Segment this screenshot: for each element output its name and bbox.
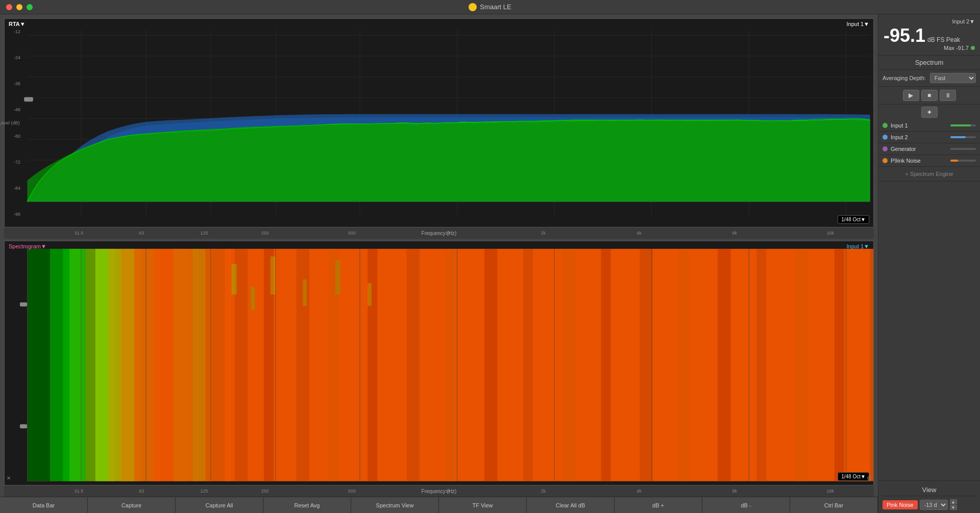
rta-label[interactable]: RTA▼ bbox=[9, 21, 26, 27]
view-title: View bbox=[883, 484, 976, 496]
db-minus-button[interactable]: dB - bbox=[702, 497, 790, 513]
input1-color-dot bbox=[883, 123, 888, 128]
freq-label-63: 63 bbox=[139, 230, 144, 236]
right-panel-spacer bbox=[878, 182, 980, 480]
rta-input-label[interactable]: Input 1▼ bbox=[846, 21, 869, 27]
freq-label-250: 250 bbox=[261, 230, 269, 236]
svg-rect-39 bbox=[406, 249, 419, 481]
level-display: Input 2▼ -95.1 dB FS Peak Max -91.7 bbox=[878, 14, 980, 56]
svg-rect-55 bbox=[335, 260, 340, 294]
freq2-label-31: 31.5 bbox=[75, 489, 84, 494]
main-container: RTA▼ Input 1▼ Level (dB) -12 -24 -36 -48… bbox=[0, 14, 980, 513]
db-down-arrow[interactable]: ▼ bbox=[950, 505, 957, 510]
averaging-depth-select[interactable]: Fast Slow Medium bbox=[930, 73, 976, 83]
freq2-label-8k: 8k bbox=[732, 489, 738, 494]
clear-all-db-button[interactable]: Clear All dB bbox=[527, 497, 615, 513]
spectro-freq-center-label: Frequency (Hz) bbox=[422, 489, 457, 494]
svg-rect-52 bbox=[251, 287, 255, 310]
db-value-select[interactable]: -13 dB -12 dB -18 dB bbox=[920, 500, 948, 510]
capture-all-button[interactable]: Capture All bbox=[176, 497, 263, 513]
data-bar-button[interactable]: Data Bar bbox=[0, 497, 88, 513]
level-max-row: Max -91.7 bbox=[884, 45, 975, 51]
maximize-button[interactable] bbox=[27, 4, 33, 10]
spectro-octave-badge[interactable]: 1/48 Oct▼ bbox=[838, 472, 869, 481]
green-indicator bbox=[971, 46, 975, 50]
svg-rect-45 bbox=[640, 249, 653, 481]
db-plus-button[interactable]: dB + bbox=[615, 497, 702, 513]
db-up-arrow[interactable]: ▲ bbox=[950, 499, 957, 504]
close-button[interactable] bbox=[6, 4, 12, 10]
generator-slider[interactable] bbox=[950, 148, 976, 150]
pink-noise-button[interactable]: Pink Noise bbox=[883, 500, 918, 509]
spectro-y-slider-bottom[interactable] bbox=[20, 424, 27, 428]
rta-chart bbox=[5, 19, 873, 227]
freq-label-31: 31.5 bbox=[75, 230, 84, 236]
level-unit: dB FS Peak bbox=[927, 37, 960, 43]
generator-name: Generator bbox=[891, 146, 947, 152]
p9ink-slider[interactable] bbox=[950, 160, 976, 162]
spectro-y-slider-top[interactable] bbox=[20, 302, 27, 306]
freq2-label-250: 250 bbox=[261, 489, 269, 494]
app-icon bbox=[469, 3, 477, 11]
spectrum-settings-button[interactable]: ✦ bbox=[921, 107, 938, 118]
freq-label-4k: 4k bbox=[636, 230, 642, 236]
input-selector-display[interactable]: Input 2▼ bbox=[884, 18, 975, 24]
spectrogram-section: Spectrogram▼ Input 1▼ bbox=[4, 241, 874, 485]
freq-label-500: 500 bbox=[348, 230, 356, 236]
reset-avg-button[interactable]: Reset Avg bbox=[263, 497, 351, 513]
stop-button[interactable]: ■ bbox=[921, 90, 938, 101]
spectro-label[interactable]: Spectrogram▼ bbox=[9, 243, 46, 249]
svg-rect-54 bbox=[303, 279, 307, 306]
level-value: -95.1 bbox=[884, 27, 925, 45]
svg-rect-56 bbox=[368, 283, 372, 306]
input1-name: Input 1 bbox=[891, 122, 947, 129]
ctrl-bar-button[interactable]: Ctrl Bar bbox=[790, 497, 878, 513]
freq2-label-125: 125 bbox=[200, 489, 208, 494]
svg-rect-44 bbox=[601, 249, 611, 481]
tf-view-button[interactable]: TF View bbox=[439, 497, 527, 513]
svg-rect-53 bbox=[271, 256, 276, 295]
view-section: View Pink Noise -13 dB -12 dB -18 dB ▲ ▼ bbox=[878, 480, 980, 513]
play-button[interactable]: ▶ bbox=[903, 90, 919, 101]
capture-button[interactable]: Capture bbox=[88, 497, 176, 513]
titlebar: Smaart LE bbox=[0, 0, 980, 14]
spectro-input-label[interactable]: Input 1▼ bbox=[846, 243, 869, 249]
svg-rect-41 bbox=[484, 249, 497, 481]
right-panel: Input 2▼ -95.1 dB FS Peak Max -91.7 Spec… bbox=[878, 14, 980, 513]
spectrum-view-button[interactable]: Spectrum View bbox=[351, 497, 439, 513]
input2-name: Input 2 bbox=[891, 134, 947, 140]
transport-settings-row: ✦ bbox=[878, 105, 980, 120]
generator-color-dot bbox=[883, 146, 888, 151]
spectro-freq-axis: 31.5 63 125 250 500 1k 2k 4k 8k 16k Freq… bbox=[4, 485, 874, 497]
svg-rect-33 bbox=[225, 249, 873, 481]
spectrum-section-title: Spectrum bbox=[878, 56, 980, 70]
input1-slider[interactable] bbox=[950, 124, 976, 126]
rta-octave-badge[interactable]: 1/48 Oct▼ bbox=[838, 215, 869, 224]
input2-slider[interactable] bbox=[950, 136, 976, 138]
freq2-label-16k: 16k bbox=[827, 489, 835, 494]
svg-rect-51 bbox=[232, 264, 237, 295]
svg-rect-47 bbox=[718, 249, 730, 481]
input-item-1: Input 1 bbox=[878, 120, 980, 132]
db-arrows: ▲ ▼ bbox=[950, 499, 957, 510]
spectro-close-icon[interactable]: ✕ bbox=[7, 475, 11, 481]
input-item-2: Input 2 bbox=[878, 132, 980, 143]
freq2-label-500: 500 bbox=[348, 489, 356, 494]
svg-rect-50 bbox=[835, 249, 844, 481]
p9ink-color-dot bbox=[883, 158, 888, 163]
left-panel: RTA▼ Input 1▼ Level (dB) -12 -24 -36 -48… bbox=[0, 14, 878, 513]
spectro-settings-icon[interactable]: ⚙ bbox=[867, 475, 871, 481]
pink-noise-controls: Pink Noise -13 dB -12 dB -18 dB ▲ ▼ bbox=[883, 499, 976, 510]
add-spectrum-engine-button[interactable]: + Spectrum Engine bbox=[878, 167, 980, 182]
input-item-p9ink: P9ink Noise bbox=[878, 155, 980, 167]
svg-rect-40 bbox=[446, 249, 455, 481]
minimize-button[interactable] bbox=[16, 4, 22, 10]
p9ink-name: P9ink Noise bbox=[891, 158, 947, 164]
svg-rect-19 bbox=[24, 97, 33, 102]
pause-button[interactable]: ⏸ bbox=[940, 90, 956, 101]
freq2-label-4k: 4k bbox=[636, 489, 642, 494]
input-item-generator: Generator bbox=[878, 143, 980, 155]
level-row: -95.1 dB FS Peak bbox=[884, 27, 975, 45]
freq-label-2k: 2k bbox=[541, 230, 546, 236]
rta-freq-center-label: Frequency (Hz) bbox=[422, 230, 457, 236]
